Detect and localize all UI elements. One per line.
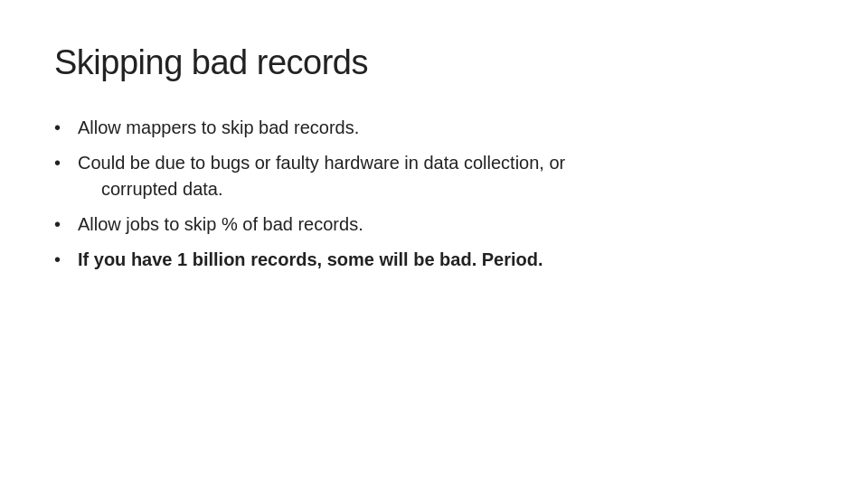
bullet-text-1: Allow mappers to skip bad records.	[78, 115, 814, 141]
bullet-marker-2: •	[54, 150, 74, 176]
bullet-item-3: • Allow jobs to skip % of bad records.	[54, 211, 814, 238]
bullet-text-3: Allow jobs to skip % of bad records.	[78, 211, 814, 238]
bullet-text-2: Could be due to bugs or faulty hardware …	[78, 150, 814, 202]
bullet-marker-3: •	[54, 211, 74, 238]
bullet-text-4: If you have 1 billion records, some will…	[78, 247, 814, 273]
bullet-list: • Allow mappers to skip bad records. • C…	[54, 115, 814, 273]
bullet-text-2-indent: corrupted data.	[78, 176, 814, 202]
bullet-marker-1: •	[54, 115, 74, 141]
bullet-item-2: • Could be due to bugs or faulty hardwar…	[54, 150, 814, 202]
bullet-item-1: • Allow mappers to skip bad records.	[54, 115, 814, 141]
bullet-item-4: • If you have 1 billion records, some wi…	[54, 247, 814, 273]
slide-title: Skipping bad records	[54, 43, 814, 82]
slide: Skipping bad records • Allow mappers to …	[0, 0, 868, 488]
bullet-marker-4: •	[54, 247, 74, 273]
